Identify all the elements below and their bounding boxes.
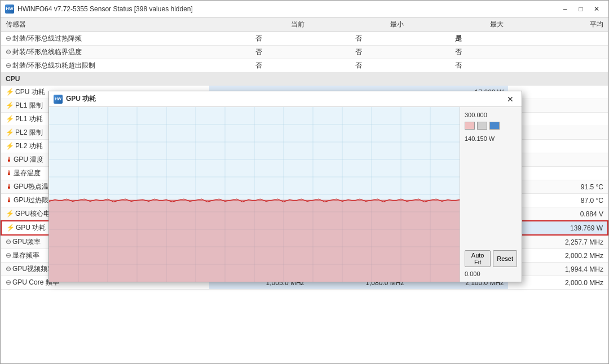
chart-right-panel: 300.000 140.150 W Auto Fit Reset 0. bbox=[460, 107, 522, 282]
minimize-button[interactable]: – bbox=[558, 3, 572, 15]
max-value: 否 bbox=[408, 46, 508, 59]
main-content: 传感器 当前 最小 最大 平均 ⊖封装/环形总线过热降频 否 否 是 ⊖封装/环 bbox=[1, 17, 608, 363]
window-title: HWiNFO64 v7.72-5355 Sensor Status [398 v… bbox=[17, 5, 558, 13]
avg-value: 2,257.7 MHz bbox=[508, 235, 608, 249]
popup-body: 300.000 140.150 W Auto Fit Reset 0. bbox=[49, 107, 522, 282]
chart-min-label: 0.000 bbox=[465, 270, 517, 277]
gpu-power-chart-dialog[interactable]: HW GPU 功耗 ✕ bbox=[48, 91, 522, 282]
maximize-button[interactable]: □ bbox=[573, 3, 588, 15]
current-value: 否 bbox=[209, 59, 309, 73]
min-value: 否 bbox=[309, 46, 409, 59]
cpu-section-header: CPU bbox=[1, 73, 608, 86]
avg-value: 1,994.4 MHz bbox=[508, 263, 608, 276]
col-sensor-header: 传感器 bbox=[1, 17, 209, 32]
avg-value: 139.769 W bbox=[508, 221, 608, 235]
current-value: 否 bbox=[209, 32, 309, 46]
swatch-2[interactable] bbox=[477, 122, 487, 130]
popup-app-icon: HW bbox=[54, 95, 63, 104]
max-value: 是 bbox=[408, 32, 508, 46]
avg-value: 91.5 °C bbox=[508, 180, 608, 194]
col-avg-header: 平均 bbox=[508, 17, 608, 32]
sensor-label: ⊖封装/环形总线过热降频 bbox=[1, 32, 209, 46]
min-value: 否 bbox=[309, 32, 409, 46]
table-row: ⊖封装/环形总线临界温度 否 否 否 bbox=[1, 46, 608, 59]
avg-value bbox=[508, 167, 608, 180]
reset-button[interactable]: Reset bbox=[493, 250, 517, 267]
popup-title: GPU 功耗 bbox=[66, 94, 504, 104]
chart-buttons: Auto Fit Reset bbox=[465, 250, 517, 267]
avg-value: 2,000.2 MHz bbox=[508, 249, 608, 263]
chart-value-label: 140.150 W bbox=[465, 135, 517, 142]
auto-fit-button[interactable]: Auto Fit bbox=[465, 250, 491, 267]
popup-title-bar: HW GPU 功耗 ✕ bbox=[49, 91, 522, 107]
section-title: CPU bbox=[1, 73, 608, 86]
col-current-header: 当前 bbox=[209, 17, 309, 32]
avg-value bbox=[508, 113, 608, 126]
window-controls: – □ ✕ bbox=[558, 3, 604, 15]
swatch-1[interactable] bbox=[465, 122, 475, 130]
table-row: ⊖封装/环形总线功耗超出限制 否 否 否 bbox=[1, 59, 608, 73]
min-value: 否 bbox=[309, 59, 409, 73]
avg-value bbox=[508, 46, 608, 59]
avg-value bbox=[508, 126, 608, 140]
avg-value: 2,000.0 MHz bbox=[508, 276, 608, 290]
avg-value bbox=[508, 32, 608, 46]
swatch-3[interactable] bbox=[489, 122, 500, 130]
current-value: 否 bbox=[209, 46, 309, 59]
close-button[interactable]: ✕ bbox=[589, 3, 604, 15]
title-bar: HW HWiNFO64 v7.72-5355 Sensor Status [39… bbox=[1, 1, 608, 17]
avg-value bbox=[508, 99, 608, 113]
main-window: HW HWiNFO64 v7.72-5355 Sensor Status [39… bbox=[0, 0, 609, 364]
col-max-header: 最大 bbox=[408, 17, 508, 32]
app-icon: HW bbox=[5, 5, 14, 14]
sensor-label: ⊖封装/环形总线功耗超出限制 bbox=[1, 59, 209, 73]
svg-rect-23 bbox=[49, 200, 460, 282]
sensor-label: ⊖封装/环形总线临界温度 bbox=[1, 46, 209, 59]
power-chart bbox=[49, 107, 460, 282]
avg-value bbox=[508, 140, 608, 153]
color-swatches bbox=[465, 122, 517, 130]
avg-value bbox=[508, 153, 608, 167]
avg-value bbox=[508, 86, 608, 99]
avg-value: 0.884 V bbox=[508, 207, 608, 221]
max-value: 否 bbox=[408, 59, 508, 73]
chart-container bbox=[49, 107, 460, 282]
avg-value bbox=[508, 59, 608, 73]
popup-close-button[interactable]: ✕ bbox=[504, 94, 517, 105]
avg-value: 87.0 °C bbox=[508, 194, 608, 207]
col-min-header: 最小 bbox=[309, 17, 409, 32]
table-row: ⊖封装/环形总线过热降频 否 否 是 bbox=[1, 32, 608, 46]
chart-max-label: 300.000 bbox=[465, 112, 517, 118]
